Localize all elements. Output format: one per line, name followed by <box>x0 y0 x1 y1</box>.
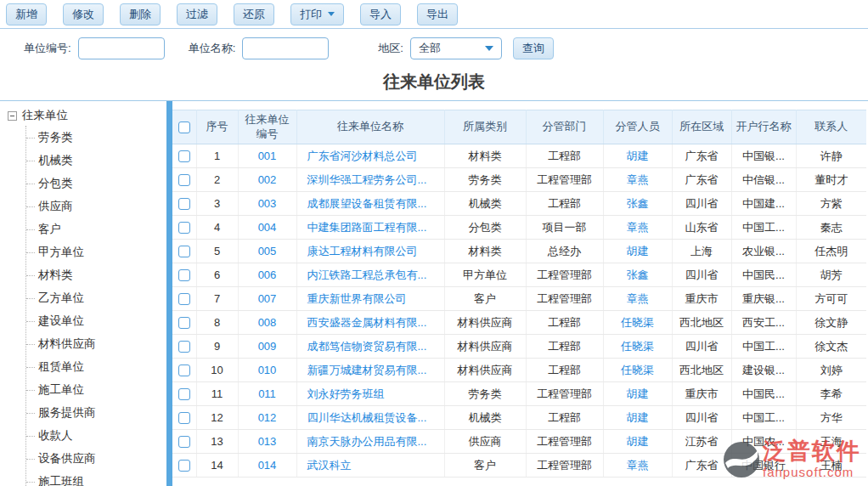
table-row[interactable]: 2002深圳华强工程劳务公司...劳务类工程管理部章燕广东省中信银...董时才 <box>172 168 866 192</box>
person-link[interactable]: 张鑫 <box>603 263 672 287</box>
person-link[interactable]: 章燕 <box>603 216 672 240</box>
person-link[interactable]: 张鑫 <box>603 192 672 216</box>
tree-item[interactable]: 材料供应商 <box>26 332 166 355</box>
unit-name-link[interactable]: 新疆万城建材贸易有限... <box>296 359 444 382</box>
table-row[interactable]: 7007重庆新世界有限公司客户工程管理部章燕重庆市重庆银...方可可 <box>172 287 866 311</box>
unit-name-link[interactable]: 西安盛器金属材料有限... <box>296 311 444 335</box>
tree-item[interactable]: 机械类 <box>26 149 166 172</box>
tree-root-node[interactable]: 往来单位 <box>8 105 166 126</box>
delete-button[interactable]: 删除 <box>120 3 161 25</box>
tree-item[interactable]: 客户 <box>26 218 166 240</box>
tree-item[interactable]: 乙方单位 <box>26 286 166 309</box>
unit-code-link[interactable]: 010 <box>238 359 296 382</box>
person-link[interactable]: 胡建 <box>603 240 672 263</box>
unit-name-link[interactable]: 深圳华强工程劳务公司... <box>296 168 444 192</box>
unit-code-link[interactable]: 006 <box>238 263 296 287</box>
table-row[interactable]: 12012四川华达机械租赁设备...机械类工程部胡建四川省中国工...方华 <box>172 406 866 430</box>
tree-item[interactable]: 供应商 <box>26 195 166 218</box>
edit-button[interactable]: 修改 <box>63 3 104 25</box>
unit-code-link[interactable]: 007 <box>238 287 296 311</box>
unit-name-link[interactable]: 成都展望设备租赁有限... <box>296 192 444 216</box>
unit-code-link[interactable]: 013 <box>238 430 296 454</box>
unit-code-link[interactable]: 003 <box>238 192 296 216</box>
tree-item[interactable]: 收款人 <box>26 424 166 447</box>
tree-item[interactable]: 建设单位 <box>26 309 166 332</box>
row-checkbox[interactable] <box>178 246 190 257</box>
person-link[interactable]: 胡建 <box>603 144 672 168</box>
row-checkbox[interactable] <box>178 436 190 448</box>
tree-item[interactable]: 材料类 <box>26 263 166 286</box>
row-checkbox[interactable] <box>178 198 190 210</box>
unit-name-link[interactable]: 广东省河沙材料总公司 <box>296 144 444 168</box>
table-row[interactable]: 9009成都笃信物资贸易有限...材料供应商工程部任晓渠四川省中国工...徐文杰 <box>172 335 866 359</box>
print-button[interactable]: 打印 <box>290 3 344 25</box>
person-link[interactable]: 章燕 <box>603 454 672 478</box>
unit-code-link[interactable]: 001 <box>238 144 296 168</box>
unit-name-input[interactable] <box>242 37 329 59</box>
tree-item[interactable]: 甲方单位 <box>26 240 166 263</box>
unit-code-link[interactable]: 012 <box>238 406 296 430</box>
table-row[interactable]: 13013南京天脉办公用品有限...供应商工程管理部胡建江苏省中国农...王海 <box>172 430 866 454</box>
unit-name-link[interactable]: 康达工程材料有限公司 <box>296 240 444 263</box>
row-checkbox[interactable] <box>178 269 190 281</box>
person-link[interactable]: 任晓渠 <box>603 359 672 382</box>
unit-code-link[interactable]: 009 <box>238 335 296 359</box>
row-checkbox[interactable] <box>178 364 190 376</box>
unit-name-link[interactable]: 刘永好劳务班组 <box>296 382 444 406</box>
unit-name-link[interactable]: 南京天脉办公用品有限... <box>296 430 444 454</box>
row-checkbox[interactable] <box>178 460 190 472</box>
search-button[interactable]: 查询 <box>513 37 554 59</box>
row-checkbox[interactable] <box>178 293 190 305</box>
row-checkbox[interactable] <box>178 341 190 353</box>
select-all-checkbox[interactable] <box>178 122 190 133</box>
restore-button[interactable]: 还原 <box>234 3 274 25</box>
person-link[interactable]: 章燕 <box>603 287 672 311</box>
table-row[interactable]: 10010新疆万城建材贸易有限...材料供应商工程部任晓渠西北地区建设银...刘… <box>172 359 866 382</box>
collapse-icon[interactable] <box>8 111 17 121</box>
unit-name-link[interactable]: 成都笃信物资贸易有限... <box>296 335 444 359</box>
unit-name-link[interactable]: 四川华达机械租赁设备... <box>296 406 444 430</box>
unit-code-input[interactable] <box>78 37 165 59</box>
person-link[interactable]: 章燕 <box>603 168 672 192</box>
unit-code-link[interactable]: 008 <box>238 311 296 335</box>
person-link[interactable]: 胡建 <box>603 406 672 430</box>
table-row[interactable]: 5005康达工程材料有限公司材料类总经办胡建上海农业银...任杰明 <box>172 240 866 263</box>
unit-code-link[interactable]: 004 <box>238 216 296 240</box>
table-row[interactable]: 4004中建集团路面工程有限...分包类项目一部章燕山东省中国工...秦志 <box>172 216 866 240</box>
table-row[interactable]: 6006内江铁路工程总承包有...甲方单位工程管理部张鑫四川省中国民...胡芳 <box>172 263 866 287</box>
row-checkbox[interactable] <box>178 412 190 424</box>
unit-code-link[interactable]: 005 <box>238 240 296 263</box>
tree-item[interactable]: 服务提供商 <box>26 401 166 424</box>
add-button[interactable]: 新增 <box>6 3 47 25</box>
table-row[interactable]: 14014武汉科立客户工程管理部章燕广东省中国银行王楠 <box>172 454 866 478</box>
unit-code-link[interactable]: 011 <box>238 382 296 406</box>
tree-item[interactable]: 租赁单位 <box>26 355 166 378</box>
export-button[interactable]: 导出 <box>417 3 458 25</box>
row-checkbox[interactable] <box>178 388 190 400</box>
panel-splitter[interactable] <box>166 101 172 486</box>
unit-code-link[interactable]: 014 <box>238 454 296 478</box>
unit-code-link[interactable]: 002 <box>238 168 296 192</box>
table-row[interactable]: 11011刘永好劳务班组劳务类工程管理部胡建重庆市中国民...李希 <box>172 382 866 406</box>
tree-item[interactable]: 施工单位 <box>26 378 166 401</box>
filter-button[interactable]: 过滤 <box>177 3 217 25</box>
region-select[interactable]: 全部 <box>410 37 502 59</box>
person-link[interactable]: 任晓渠 <box>603 311 672 335</box>
row-checkbox[interactable] <box>178 150 190 162</box>
table-row[interactable]: 8008西安盛器金属材料有限...材料供应商工程部任晓渠西北地区西安工...徐文… <box>172 311 866 335</box>
tree-item[interactable]: 劳务类 <box>26 126 166 149</box>
row-checkbox[interactable] <box>178 174 190 186</box>
tree-item[interactable]: 分包类 <box>26 172 166 195</box>
unit-name-link[interactable]: 重庆新世界有限公司 <box>296 287 444 311</box>
person-link[interactable]: 胡建 <box>603 430 672 454</box>
table-row[interactable]: 1001广东省河沙材料总公司材料类工程部胡建广东省中国银...许静 <box>172 144 866 168</box>
tree-item[interactable]: 设备供应商 <box>26 447 166 470</box>
person-link[interactable]: 任晓渠 <box>603 335 672 359</box>
row-checkbox[interactable] <box>178 317 190 329</box>
import-button[interactable]: 导入 <box>360 3 401 25</box>
person-link[interactable]: 胡建 <box>603 382 672 406</box>
table-row[interactable]: 3003成都展望设备租赁有限...机械类工程部张鑫四川省中国建...方紫 <box>172 192 866 216</box>
unit-name-link[interactable]: 内江铁路工程总承包有... <box>296 263 444 287</box>
unit-name-link[interactable]: 中建集团路面工程有限... <box>296 216 444 240</box>
unit-name-link[interactable]: 武汉科立 <box>296 454 444 478</box>
